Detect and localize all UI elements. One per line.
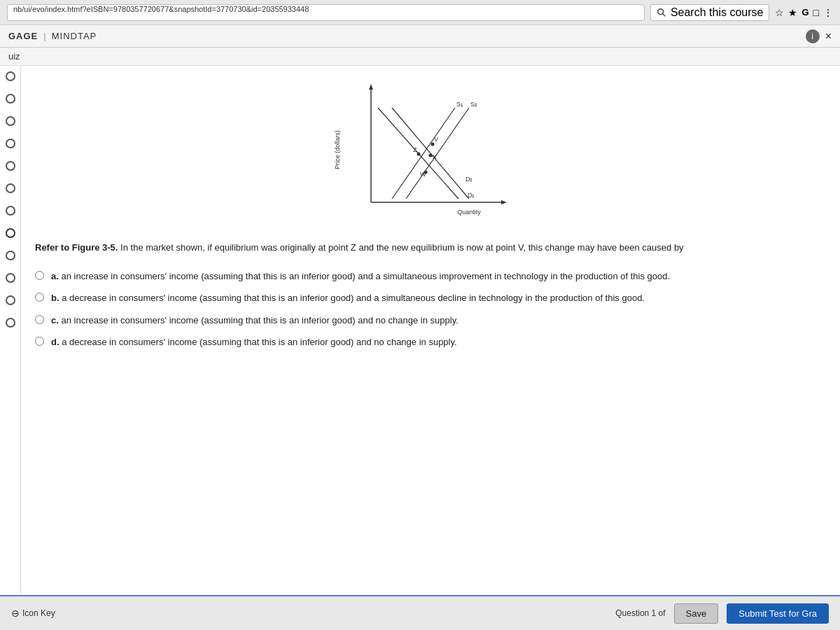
radio-q12[interactable] [6, 318, 15, 328]
radio-q9[interactable] [6, 251, 15, 260]
search-course-text: Search this course [671, 6, 764, 19]
svg-text:X: X [433, 153, 437, 160]
header-right: i × [806, 29, 832, 43]
question-text: Refer to Figure 3-5. In the market shown… [35, 241, 819, 255]
submit-button[interactable]: Submit Test for Gra [727, 603, 829, 624]
svg-point-0 [658, 8, 664, 14]
app-header: GAGE | MINDTAP i × [0, 25, 840, 48]
svg-point-19 [431, 143, 435, 146]
radio-q2[interactable] [6, 94, 15, 104]
svg-marker-5 [501, 200, 507, 204]
square-icon[interactable]: □ [813, 7, 819, 18]
svg-point-21 [424, 171, 428, 174]
answer-a-text: an increase in consumers' income (assumi… [61, 271, 670, 281]
question-reference: Refer to Figure 3-5. [35, 242, 118, 253]
radio-answer-b[interactable] [35, 293, 44, 302]
radio-sidebar [0, 66, 21, 595]
svg-text:V: V [434, 136, 438, 143]
radio-q4[interactable] [6, 139, 15, 148]
answer-label-b: b. a decrease in consumers' income (assu… [51, 291, 645, 305]
footer-right: Question 1 of Save Submit Test for Gra [615, 603, 829, 624]
key-icon: ⊖ [11, 608, 20, 619]
answer-label-a: a. an increase in consumers' income (ass… [51, 270, 670, 284]
svg-line-10 [392, 108, 469, 199]
browser-bar: nb/ui/evo/index.htmf?eISBN=9780357720677… [0, 0, 840, 25]
g-icon[interactable]: G [802, 7, 808, 18]
answer-c-prefix: c. [51, 315, 59, 326]
svg-line-9 [406, 108, 469, 199]
content-area: Price (dollars) Quantity S₁ S₂ D₂ D₁ [21, 66, 840, 595]
answer-b-prefix: b. [51, 293, 59, 303]
icon-key[interactable]: ⊖ Icon Key [11, 608, 55, 619]
answer-option-b[interactable]: b. a decrease in consumers' income (assu… [35, 291, 819, 305]
radio-q5[interactable] [6, 161, 15, 171]
radio-q11[interactable] [6, 295, 15, 305]
svg-text:Price (dollars): Price (dollars) [334, 130, 341, 169]
url-bar[interactable]: nb/ui/evo/index.htmf?eISBN=9780357720677… [7, 4, 645, 21]
svg-text:D₂: D₂ [465, 176, 473, 183]
radio-q8[interactable] [6, 228, 15, 238]
answer-option-a[interactable]: a. an increase in consumers' income (ass… [35, 270, 819, 284]
svg-text:S₁: S₁ [456, 101, 463, 108]
info-icon[interactable]: i [806, 29, 820, 43]
save-button[interactable]: Save [674, 603, 719, 624]
answer-options: a. an increase in consumers' income (ass… [35, 270, 819, 349]
svg-text:D₁: D₁ [468, 192, 475, 199]
close-button[interactable]: × [825, 30, 832, 43]
header-divider: | [43, 31, 46, 41]
question-count: Question 1 of [615, 608, 665, 618]
answer-label-d: d. a decrease in consumers' income (assu… [51, 335, 457, 349]
radio-q6[interactable] [6, 183, 15, 193]
radio-answer-c[interactable] [35, 315, 44, 324]
mindtap-label: MINDTAP [52, 31, 97, 41]
svg-marker-4 [369, 84, 373, 90]
menu-icon[interactable]: ⋮ [823, 7, 833, 18]
bookmark-icon[interactable]: ☆ [775, 7, 784, 18]
question-body: In the market shown, if equilibrium was … [120, 242, 684, 253]
answer-a-prefix: a. [51, 271, 59, 281]
svg-point-17 [417, 153, 421, 156]
star-icon[interactable]: ★ [788, 7, 797, 18]
answer-label-c: c. an increase in consumers' income (ass… [51, 314, 458, 328]
browser-icons: ☆ ★ G □ ⋮ [775, 7, 833, 18]
svg-line-1 [663, 13, 666, 16]
svg-point-23 [429, 154, 433, 158]
radio-answer-d[interactable] [35, 337, 44, 346]
radio-answer-a[interactable] [35, 271, 44, 280]
answer-d-text: a decrease in consumers' income (assumin… [62, 337, 456, 347]
svg-text:Z: Z [413, 146, 417, 153]
quiz-label: uiz [0, 48, 840, 66]
answer-b-text: a decrease in consumers' income (assumin… [62, 293, 645, 303]
answer-option-c[interactable]: c. an increase in consumers' income (ass… [35, 314, 819, 328]
svg-text:Quantity: Quantity [457, 209, 481, 216]
search-course-area[interactable]: Search this course [650, 4, 770, 21]
radio-q7[interactable] [6, 206, 15, 216]
answer-d-prefix: d. [51, 337, 59, 347]
brand-label: GAGE [8, 31, 38, 41]
radio-q1[interactable] [6, 71, 15, 81]
svg-text:S₂: S₂ [470, 101, 477, 108]
radio-q10[interactable] [6, 273, 15, 283]
icon-key-label: Icon Key [22, 608, 55, 618]
search-icon [657, 8, 666, 18]
graph-container: Price (dollars) Quantity S₁ S₂ D₂ D₁ [35, 80, 819, 227]
answer-option-d[interactable]: d. a decrease in consumers' income (assu… [35, 335, 819, 349]
main-content: Price (dollars) Quantity S₁ S₂ D₂ D₁ [0, 66, 840, 595]
graph-wrapper: Price (dollars) Quantity S₁ S₂ D₂ D₁ [329, 80, 525, 227]
quiz-text: uiz [8, 51, 20, 62]
footer: ⊖ Icon Key Question 1 of Save Submit Tes… [0, 595, 840, 630]
radio-q3[interactable] [6, 116, 15, 126]
supply-demand-graph: Price (dollars) Quantity S₁ S₂ D₂ D₁ [329, 80, 525, 227]
answer-c-text: an increase in consumers' income (assumi… [61, 315, 458, 326]
svg-line-8 [392, 108, 455, 199]
